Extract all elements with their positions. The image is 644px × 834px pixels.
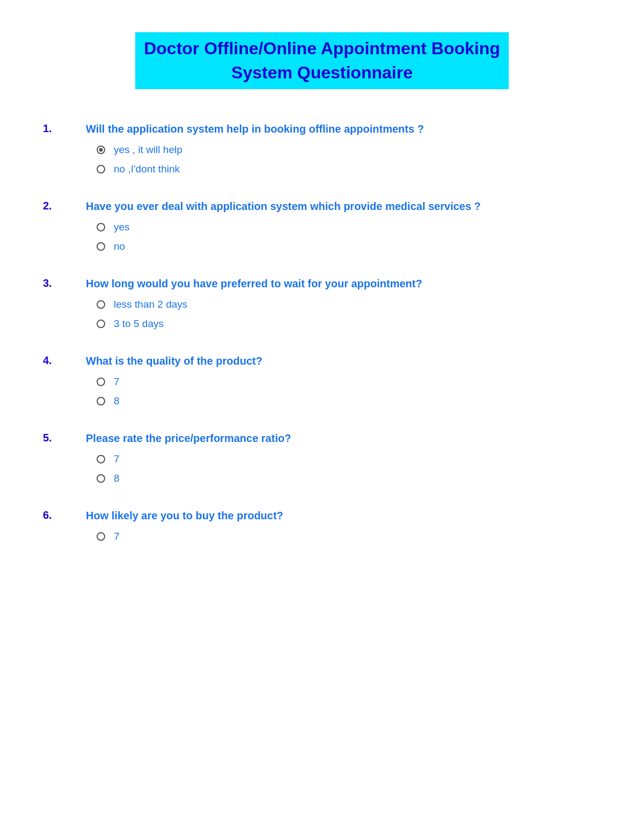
question-block-2: 2.Have you ever deal with application sy… [43,199,601,260]
question-block-3: 3.How long would you have preferred to w… [43,276,601,337]
question-content-6: How likely are you to buy the product?7 [86,508,601,550]
question-text-4: What is the quality of the product? [86,353,601,368]
question-number-2: 2. [43,199,86,260]
option-label-1-2: no ,I'dont think [114,163,180,175]
options-list-5: 78 [86,453,601,484]
option-label-4-2: 8 [114,395,120,407]
question-block-4: 4.What is the quality of the product?78 [43,353,601,415]
option-label-2-2: no [114,241,125,252]
option-label-6-1: 7 [114,531,120,542]
option-item-4-2[interactable]: 8 [97,395,601,407]
option-item-2-1[interactable]: yes [97,221,601,233]
question-block-6: 6.How likely are you to buy the product?… [43,508,601,550]
option-item-5-1[interactable]: 7 [97,453,601,465]
question-block-5: 5.Please rate the price/performance rati… [43,431,601,492]
radio-5-2[interactable] [97,474,105,483]
options-list-3: less than 2 days3 to 5 days [86,299,601,330]
question-block-1: 1.Will the application system help in bo… [43,121,601,183]
option-item-4-1[interactable]: 7 [97,376,601,388]
question-content-3: How long would you have preferred to wai… [86,276,601,337]
question-content-5: Please rate the price/performance ratio?… [86,431,601,492]
question-content-4: What is the quality of the product?78 [86,353,601,415]
options-list-6: 7 [86,531,601,542]
radio-5-1[interactable] [97,455,105,463]
question-number-6: 6. [43,508,86,550]
question-number-4: 4. [43,353,86,415]
radio-2-1[interactable] [97,223,105,231]
option-item-1-2[interactable]: no ,I'dont think [97,163,601,175]
question-content-1: Will the application system help in book… [86,121,601,183]
option-label-5-2: 8 [114,473,120,484]
question-text-5: Please rate the price/performance ratio? [86,431,601,446]
option-item-6-1[interactable]: 7 [97,531,601,542]
radio-1-2[interactable] [97,165,105,173]
radio-2-2[interactable] [97,242,105,251]
question-number-1: 1. [43,121,86,183]
radio-3-1[interactable] [97,300,105,309]
option-label-2-1: yes [114,221,130,233]
header: Doctor Offline/Online Appointment Bookin… [43,32,601,89]
option-item-3-1[interactable]: less than 2 days [97,299,601,310]
question-text-2: Have you ever deal with application syst… [86,199,601,214]
options-list-2: yesno [86,221,601,252]
questionnaire: 1.Will the application system help in bo… [43,121,601,550]
option-item-5-2[interactable]: 8 [97,473,601,484]
radio-6-1[interactable] [97,532,105,541]
option-label-3-1: less than 2 days [114,299,187,310]
radio-4-2[interactable] [97,397,105,405]
option-label-4-1: 7 [114,376,120,388]
radio-3-2[interactable] [97,320,105,328]
question-text-6: How likely are you to buy the product? [86,508,601,523]
options-list-1: yes , it will helpno ,I'dont think [86,144,601,175]
option-item-2-2[interactable]: no [97,241,601,252]
option-label-3-2: 3 to 5 days [114,318,164,330]
question-number-3: 3. [43,276,86,337]
option-label-5-1: 7 [114,453,120,465]
radio-4-1[interactable] [97,378,105,386]
option-label-1-1: yes , it will help [114,144,182,156]
options-list-4: 78 [86,376,601,407]
option-item-3-2[interactable]: 3 to 5 days [97,318,601,330]
option-item-1-1[interactable]: yes , it will help [97,144,601,156]
radio-1-1[interactable] [97,146,105,154]
page-title: Doctor Offline/Online Appointment Bookin… [135,32,509,89]
question-content-2: Have you ever deal with application syst… [86,199,601,260]
question-number-5: 5. [43,431,86,492]
question-text-3: How long would you have preferred to wai… [86,276,601,291]
question-text-1: Will the application system help in book… [86,121,601,136]
